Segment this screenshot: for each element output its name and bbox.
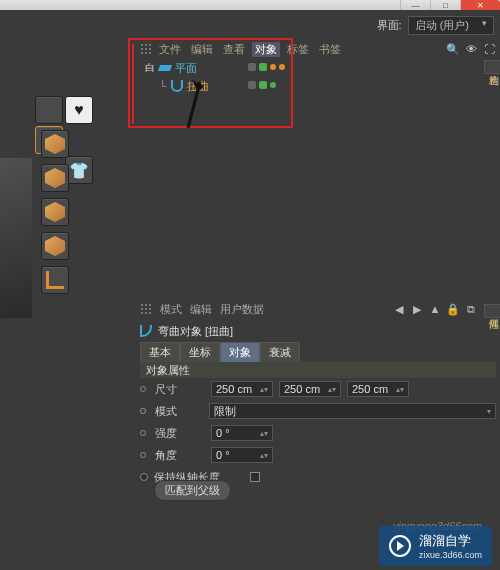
strength-input[interactable]: 0 °▴▾	[211, 425, 273, 441]
cube-icon	[43, 166, 67, 190]
layout-row: 界面: 启动 (用户)	[0, 16, 500, 34]
nav-fwd-icon[interactable]: ▶	[410, 303, 424, 316]
cube-icon	[43, 200, 67, 224]
viewport-corner	[0, 158, 32, 318]
prop-mode-label: 模式	[155, 404, 203, 419]
prop-angle-row: 角度 0 °▴▾	[140, 446, 496, 464]
size-x-input[interactable]: 250 cm▴▾	[211, 381, 273, 397]
properties-panel: 尺寸 250 cm▴▾ 250 cm▴▾ 250 cm▴▾ 模式 限制▾ 强度 …	[140, 380, 496, 486]
new-window-icon[interactable]: ⧉	[464, 303, 478, 316]
expand-icon[interactable]: ⛶	[482, 42, 496, 56]
maximize-button[interactable]: □	[430, 0, 460, 10]
edge-mode-button[interactable]	[41, 232, 69, 260]
menu-bookmarks[interactable]: 书签	[316, 42, 344, 57]
tab-basic[interactable]: 基本	[140, 342, 180, 363]
spinner-icon[interactable]: ▴▾	[328, 385, 336, 394]
nav-back-icon[interactable]: ◀	[392, 303, 406, 316]
axis-button[interactable]	[41, 266, 69, 294]
annotation-arrow-icon	[172, 80, 212, 150]
section-header: 对象属性	[140, 362, 496, 378]
spinner-icon[interactable]: ▴▾	[260, 451, 268, 460]
tab-object[interactable]: 对象	[220, 342, 260, 363]
tshirt-button[interactable]: 👕	[65, 156, 93, 184]
attr-menu-mode[interactable]: 模式	[160, 302, 182, 317]
spinner-icon[interactable]: ▴▾	[260, 385, 268, 394]
cube-icon	[43, 132, 67, 156]
prop-mode-row: 模式 限制▾	[140, 402, 496, 420]
right-tab-construct[interactable]: 构造	[484, 60, 500, 74]
nav-up-icon[interactable]: ▲	[428, 303, 442, 316]
close-button[interactable]: ✕	[460, 0, 500, 10]
spinner-icon[interactable]: ▴▾	[396, 385, 404, 394]
keep-checkbox[interactable]	[250, 472, 260, 482]
prop-strength-label: 强度	[155, 426, 205, 441]
heart-icon: ♥	[74, 101, 84, 119]
bend-icon	[140, 325, 152, 337]
attribute-title: 弯曲对象 [扭曲]	[158, 324, 233, 339]
attr-menu-edit[interactable]: 编辑	[190, 302, 212, 317]
spinner-icon[interactable]: ▴▾	[260, 429, 268, 438]
attr-menu-userdata[interactable]: 用户数据	[220, 302, 264, 317]
play-icon	[389, 535, 411, 557]
fit-to-parent-button[interactable]: 匹配到父级	[154, 480, 231, 501]
cube-icon	[43, 234, 67, 258]
heart-button[interactable]: ♥	[65, 96, 93, 124]
anim-dot-icon[interactable]	[140, 430, 146, 436]
attribute-tabs: 基本 坐标 对象 衰减	[140, 342, 300, 363]
mode-toolbar	[41, 130, 69, 294]
grip-icon	[140, 303, 152, 315]
chevron-down-icon: ▾	[487, 407, 491, 416]
attribute-manager-menubar: 模式 编辑 用户数据 ◀ ▶ ▲ 🔒 ⧉ ⛶	[140, 300, 496, 318]
object-mode-button[interactable]	[41, 164, 69, 192]
layout-dropdown[interactable]: 启动 (用户)	[408, 16, 494, 35]
anim-dot-icon[interactable]	[140, 386, 146, 392]
anim-dot-icon[interactable]	[140, 452, 146, 458]
right-dock-tabs: 构造 属性	[484, 60, 500, 78]
prop-angle-label: 角度	[155, 448, 205, 463]
attribute-title-row: 弯曲对象 [扭曲]	[140, 322, 496, 340]
axis-icon	[46, 271, 64, 289]
watermark-brand: 溜溜自学	[419, 533, 471, 548]
point-mode-button[interactable]	[41, 198, 69, 226]
tab-coord[interactable]: 坐标	[180, 342, 220, 363]
prop-size-row: 尺寸 250 cm▴▾ 250 cm▴▾ 250 cm▴▾	[140, 380, 496, 398]
right-tab-attributes[interactable]: 属性	[484, 304, 500, 318]
tshirt-icon: 👕	[69, 161, 89, 180]
model-mode-button[interactable]	[41, 130, 69, 158]
search-icon[interactable]: 🔍	[446, 42, 460, 56]
watermark-badge: 溜溜自学 zixue.3d66.com	[379, 526, 492, 566]
layout-label: 界面:	[377, 18, 402, 33]
anim-dot-icon[interactable]	[140, 473, 148, 481]
mode-dropdown[interactable]: 限制▾	[209, 403, 496, 419]
prop-size-label: 尺寸	[155, 382, 205, 397]
angle-input[interactable]: 0 °▴▾	[211, 447, 273, 463]
size-z-input[interactable]: 250 cm▴▾	[347, 381, 409, 397]
minimize-button[interactable]: —	[400, 0, 430, 10]
window-titlebar: — □ ✕	[0, 0, 500, 10]
lock-icon[interactable]: 🔒	[446, 303, 460, 316]
anim-dot-icon[interactable]	[140, 408, 146, 414]
watermark-suburl: zixue.3d66.com	[419, 550, 482, 560]
eye-icon[interactable]: 👁	[464, 42, 478, 56]
asset-swatch-button[interactable]	[35, 96, 63, 124]
prop-strength-row: 强度 0 °▴▾	[140, 424, 496, 442]
size-y-input[interactable]: 250 cm▴▾	[279, 381, 341, 397]
tab-falloff[interactable]: 衰减	[260, 342, 300, 363]
